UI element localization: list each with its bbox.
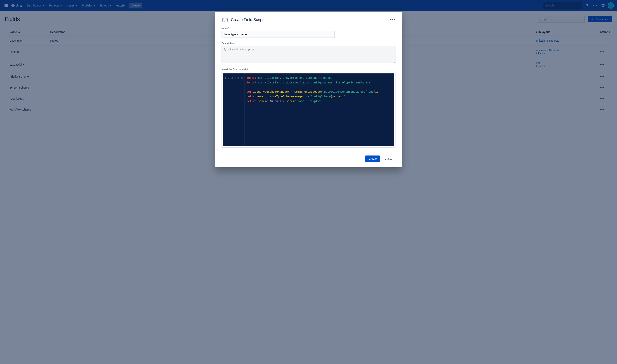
script-icon: {;} — [222, 17, 228, 22]
code-inner[interactable]: 1 2 3 4 5 6 import com.atlassian.jira.co… — [223, 73, 394, 123]
create-field-script-modal: {;} Create Field Script ••• Name* Descri… — [215, 12, 402, 123]
code-editor[interactable]: 1 2 3 4 5 6 import com.atlassian.jira.co… — [222, 72, 395, 123]
code-gutter: 1 2 3 4 5 6 — [223, 73, 245, 123]
description-label: Description — [222, 42, 395, 45]
modal-more-icon[interactable]: ••• — [390, 17, 395, 22]
script-label: Insert the Groovy script — [222, 68, 395, 71]
modal-overlay: {;} Create Field Script ••• Name* Descri… — [0, 0, 617, 123]
modal-title: Create Field Script — [231, 17, 263, 22]
name-label: Name* — [222, 27, 395, 30]
modal-header: {;} Create Field Script ••• — [222, 17, 395, 22]
name-input[interactable] — [222, 31, 335, 38]
description-textarea[interactable] — [222, 46, 395, 64]
code-lines[interactable]: import com.atlassian.jira.component.Comp… — [245, 73, 380, 123]
